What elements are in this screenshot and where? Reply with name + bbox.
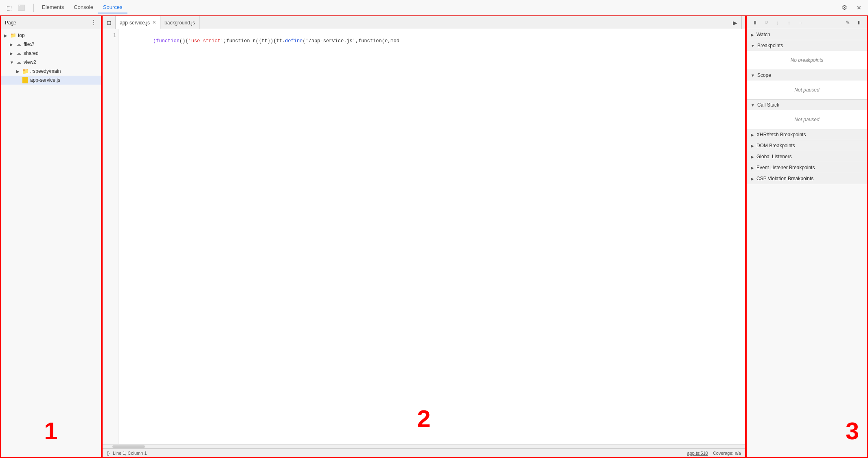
deactivate-breakpoints-button[interactable]: ⏸ — [854, 18, 864, 28]
section-callstack-label: Call Stack — [757, 102, 779, 108]
arrow-shared: ▶ — [10, 51, 15, 56]
horizontal-scrollbar[interactable] — [103, 444, 745, 448]
editor-actions: ▶ — [729, 16, 745, 29]
tree-item-appservice[interactable]: ▶ app-service.js — [1, 76, 101, 85]
section-scope-header[interactable]: ▼ Scope — [747, 70, 867, 81]
arrow-breakpoints: ▼ — [751, 44, 755, 48]
pause-button[interactable]: ⏸ — [750, 18, 760, 28]
arrow-callstack: ▼ — [751, 103, 755, 107]
section-xhr-header[interactable]: ▶ XHR/fetch Breakpoints — [747, 129, 867, 140]
statusbar-right: app.ts:510 Coverage: n/a — [687, 451, 741, 456]
step-over-button[interactable]: ↺ — [761, 18, 771, 28]
tree-label-view2: view2 — [24, 59, 36, 65]
close-tab-appservice[interactable]: ✕ — [152, 20, 156, 25]
section-breakpoints-label: Breakpoints — [757, 43, 783, 48]
section-global-header[interactable]: ▶ Global Listeners — [747, 151, 867, 162]
arrow-file: ▶ — [10, 42, 15, 47]
tree-item-shared[interactable]: ▶ ☁ shared — [1, 49, 101, 58]
section-eventlistener: ▶ Event Listener Breakpoints — [747, 162, 867, 173]
section-csp-header[interactable]: ▶ CSP Violation Breakpoints — [747, 173, 867, 184]
code-paren-open: (){ — [180, 38, 189, 44]
panel-editor: ⊟ app-service.js ✕ background.js ▶ 1 (fu… — [102, 15, 746, 458]
arrow-csp: ▶ — [751, 177, 754, 181]
tab-sources[interactable]: Sources — [98, 2, 127, 13]
no-breakpoints-text: No breakpoints — [753, 54, 861, 66]
section-dom-label: DOM Breakpoints — [756, 143, 795, 148]
line-number-1: 1 — [107, 33, 116, 38]
section-csp: ▶ CSP Violation Breakpoints — [747, 173, 867, 184]
app-ts-link[interactable]: app.ts:510 — [687, 451, 708, 456]
section-breakpoints: ▼ Breakpoints No breakpoints — [747, 40, 867, 70]
line-numbers: 1 — [103, 29, 119, 444]
section-dom-header[interactable]: ▶ DOM Breakpoints — [747, 140, 867, 151]
tree-label-shared: shared — [24, 50, 39, 56]
format-icon[interactable]: {} — [107, 451, 110, 456]
scrollbar-thumb[interactable] — [112, 445, 145, 448]
arrow-xhr: ▶ — [751, 133, 754, 137]
step-button[interactable]: → — [796, 18, 805, 28]
section-eventlistener-header[interactable]: ▶ Event Listener Breakpoints — [747, 162, 867, 173]
section-csp-label: CSP Violation Breakpoints — [756, 176, 813, 181]
editor-tab-label-appservice: app-service.js — [120, 20, 150, 26]
toolbar-divider — [33, 4, 34, 12]
step-into-button[interactable]: ↓ — [773, 18, 783, 28]
editor-tab-bar: ⊟ app-service.js ✕ background.js ▶ — [103, 16, 745, 29]
arrow-scope: ▼ — [751, 73, 755, 78]
panel-filetree: Page ⋮ ▶ 📁 top ▶ ☁ file:// ▶ ☁ shared — [0, 15, 102, 458]
section-scope-content: Not paused — [747, 81, 867, 99]
tree-label-rspeedy: .rspeedy/main — [30, 68, 61, 74]
step-out-button[interactable]: ↑ — [784, 18, 794, 28]
code-content: (function(){'use strict';function n({tt}… — [119, 29, 745, 444]
debug-toolbar: ⏸ ↺ ↓ ↑ → ✎ ⏸ — [747, 16, 867, 29]
tab-elements[interactable]: Elements — [37, 2, 69, 13]
section-scope-label: Scope — [757, 72, 771, 78]
section-breakpoints-content: No breakpoints — [747, 51, 867, 70]
tree-item-file[interactable]: ▶ ☁ file:// — [1, 40, 101, 49]
coverage-text: Coverage: n/a — [713, 451, 741, 456]
close-devtools-icon[interactable]: ✕ — [853, 2, 865, 13]
section-callstack-header[interactable]: ▼ Call Stack — [747, 100, 867, 110]
maximize-editor-button[interactable]: ▶ — [729, 16, 742, 29]
tree-item-top[interactable]: ▶ 📁 top — [1, 31, 101, 40]
filetree-panel-title: Page — [5, 20, 16, 26]
panel-debug: ⏸ ↺ ↓ ↑ → ✎ ⏸ ▶ Watch ▼ Br — [746, 15, 868, 458]
sidebar-toggle-button[interactable]: ⊟ — [103, 16, 116, 29]
filetree-panel-header: Page ⋮ — [1, 16, 101, 29]
file-icon-appservice — [22, 77, 28, 83]
section-watch: ▶ Watch — [747, 29, 867, 40]
code-area: 1 (function(){'use strict';function n({t… — [103, 29, 745, 444]
code-string-use-strict: 'use strict' — [188, 38, 223, 44]
tab-console[interactable]: Console — [69, 2, 98, 13]
breakpoints-icon-button[interactable]: ✎ — [843, 18, 853, 28]
top-toolbar: ⬚ ⬜ Elements Console Sources ⚙ ✕ — [0, 0, 868, 15]
cloud-icon-file: ☁ — [15, 41, 22, 48]
filetree-menu-button[interactable]: ⋮ — [90, 19, 97, 26]
inspect-icon[interactable]: ⬚ — [3, 2, 15, 13]
section-watch-header[interactable]: ▶ Watch — [747, 29, 867, 40]
section-global-label: Global Listeners — [756, 154, 792, 159]
arrow-rspeedy: ▶ — [16, 69, 22, 74]
arrow-top: ▶ — [4, 33, 10, 38]
tree-label-appservice: app-service.js — [30, 77, 60, 83]
tree-item-rspeedy[interactable]: ▶ 📁 .rspeedy/main — [1, 67, 101, 76]
editor-statusbar: {} Line 1, Column 1 app.ts:510 Coverage:… — [103, 448, 745, 457]
debug-toolbar-right: ✎ ⏸ — [843, 18, 864, 28]
code-rest: ('/app-service.js',function(e,mod — [302, 38, 399, 44]
editor-content[interactable]: 1 (function(){'use strict';function n({t… — [103, 29, 745, 444]
scope-not-paused-text: Not paused — [753, 84, 861, 96]
code-function-keyword: (function — [153, 38, 180, 44]
code-call-define: define — [285, 38, 302, 44]
tree-label-top: top — [18, 33, 25, 38]
editor-tab-background[interactable]: background.js — [160, 16, 199, 29]
settings-icon[interactable]: ⚙ — [839, 2, 850, 13]
code-semi: ;function n({tt}){tt. — [224, 38, 285, 44]
cloud-icon-shared: ☁ — [15, 50, 22, 57]
debug-sections: ▶ Watch ▼ Breakpoints No breakpoints ▼ S… — [747, 29, 867, 457]
tree-item-view2[interactable]: ▼ ☁ view2 — [1, 58, 101, 67]
editor-tab-label-background: background.js — [164, 20, 195, 26]
editor-tab-appservice[interactable]: app-service.js ✕ — [116, 16, 160, 29]
arrow-global: ▶ — [751, 155, 754, 159]
device-icon[interactable]: ⬜ — [15, 2, 27, 13]
section-callstack: ▼ Call Stack Not paused — [747, 100, 867, 129]
section-breakpoints-header[interactable]: ▼ Breakpoints — [747, 40, 867, 51]
